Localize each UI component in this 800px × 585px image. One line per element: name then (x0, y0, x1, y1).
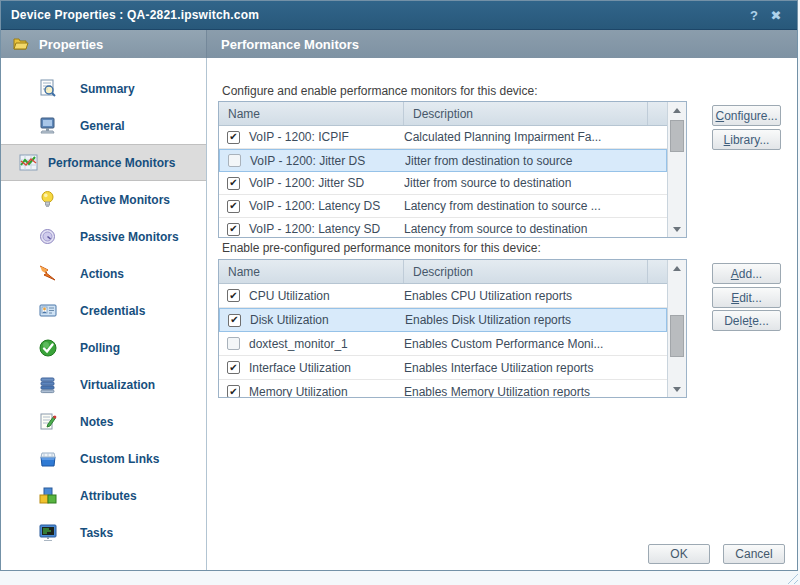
monitor-name: Disk Utilization (250, 313, 329, 327)
table-row[interactable]: VoIP - 1200: Latency DS Latency from des… (219, 195, 667, 218)
sidebar-item-label: Attributes (80, 489, 137, 503)
sidebar-item-custom-links[interactable]: Custom Links (1, 440, 206, 477)
folder-icon (11, 34, 32, 55)
sidebar-item-label: Notes (80, 415, 113, 429)
polling-icon (37, 337, 58, 358)
credentials-icon (37, 300, 58, 321)
sidebar-item-label: Performance Monitors (48, 156, 175, 170)
sidebar-item-actions[interactable]: Actions (1, 255, 206, 292)
column-header-description[interactable]: Description (404, 102, 648, 125)
monitor-name: doxtest_monitor_1 (249, 337, 348, 351)
monitor-name: VoIP - 1200: Latency DS (249, 199, 380, 213)
performance-monitors-list: Name Description VoIP - 1200: ICPIF Calc… (218, 101, 687, 238)
column-header-name[interactable]: Name (219, 260, 404, 283)
sidebar-item-performance-monitors[interactable]: Performance Monitors (1, 144, 206, 181)
help-icon[interactable]: ? (743, 8, 765, 23)
monitor-checkbox[interactable] (227, 385, 240, 397)
monitor-checkbox[interactable] (227, 131, 240, 144)
sidebar-item-active-monitors[interactable]: Active Monitors (1, 181, 206, 218)
monitor-description: Enables Interface Utilization reports (404, 361, 667, 375)
sidebar-item-label: Custom Links (80, 452, 159, 466)
sidebar-item-label: Credentials (80, 304, 145, 318)
list1-header: Name Description (219, 102, 667, 126)
monitor-description: Enables CPU Utilization reports (404, 289, 667, 303)
monitor-name: VoIP - 1200: ICPIF (249, 130, 349, 144)
ok-button[interactable]: OK (648, 544, 710, 564)
tasks-icon (37, 522, 58, 543)
page-header: Performance Monitors (207, 30, 797, 58)
table-row[interactable]: CPU Utilization Enables CPU Utilization … (219, 284, 667, 308)
table-row[interactable]: VoIP - 1200: Latency SD Latency from sou… (219, 218, 667, 237)
scrollbar-up-arrow[interactable] (668, 102, 686, 118)
performance-monitors-icon (18, 152, 39, 173)
sidebar-item-virtualization[interactable]: Virtualization (1, 366, 206, 403)
table-row[interactable]: VoIP - 1200: Jitter DS Jitter from desti… (219, 149, 667, 172)
table-row[interactable]: VoIP - 1200: Jitter SD Jitter from sourc… (219, 172, 667, 195)
column-header-name[interactable]: Name (219, 102, 404, 125)
scrollbar-up-arrow[interactable] (668, 260, 686, 276)
close-icon[interactable]: ✖ (765, 8, 787, 23)
actions-icon (37, 263, 58, 284)
list2-header: Name Description (219, 260, 667, 284)
sidebar-item-credentials[interactable]: Credentials (1, 292, 206, 329)
properties-header: Properties (1, 30, 207, 58)
page-title: Performance Monitors (221, 37, 359, 52)
edit-button[interactable]: Edit... (712, 287, 781, 308)
scrollbar-thumb[interactable] (670, 315, 684, 357)
monitor-checkbox[interactable] (228, 314, 241, 327)
header-row: Properties Performance Monitors (1, 30, 797, 58)
monitor-name: VoIP - 1200: Latency SD (249, 222, 380, 236)
monitor-checkbox[interactable] (227, 177, 240, 190)
monitor-checkbox[interactable] (228, 154, 241, 167)
sidebar-item-notes[interactable]: Notes (1, 403, 206, 440)
notes-icon (37, 411, 58, 432)
monitor-checkbox[interactable] (227, 289, 240, 302)
resize-grip[interactable] (784, 572, 798, 584)
monitor-description: Jitter from destination to source (405, 154, 666, 168)
table-row[interactable]: doxtest_monitor_1 Enables Custom Perform… (219, 332, 667, 356)
preconfigured-monitors-list: Name Description CPU Utilization Enables… (218, 259, 687, 398)
scrollbar[interactable] (667, 102, 686, 237)
sidebar-item-label: Active Monitors (80, 193, 170, 207)
table-row[interactable]: Memory Utilization Enables Memory Utiliz… (219, 380, 667, 397)
sidebar-item-passive-monitors[interactable]: Passive Monitors (1, 218, 206, 255)
monitor-description: Jitter from source to destination (404, 176, 667, 190)
section2-label: Enable pre-configured performance monito… (222, 241, 541, 255)
active-monitors-icon (37, 189, 58, 210)
monitor-name: VoIP - 1200: Jitter SD (249, 176, 364, 190)
configure-button[interactable]: Configure... (712, 105, 781, 126)
cancel-button[interactable]: Cancel (723, 544, 785, 564)
sidebar-item-summary[interactable]: Summary (1, 70, 206, 107)
window-title: Device Properties : QA-2821.ipswitch.com (11, 8, 259, 22)
library-button[interactable]: Library... (712, 129, 781, 150)
monitor-name: CPU Utilization (249, 289, 330, 303)
passive-monitors-icon (37, 226, 58, 247)
scrollbar[interactable] (667, 260, 686, 397)
monitor-checkbox[interactable] (227, 200, 240, 213)
add-button[interactable]: Add... (712, 263, 781, 284)
monitor-description: Calculated Planning Impairment Fa... (404, 130, 667, 144)
monitor-checkbox[interactable] (227, 361, 240, 374)
sidebar-item-label: Virtualization (80, 378, 155, 392)
table-row[interactable]: Interface Utilization Enables Interface … (219, 356, 667, 380)
scrollbar-down-arrow[interactable] (668, 221, 686, 237)
sidebar-item-label: Summary (80, 82, 135, 96)
scrollbar-down-arrow[interactable] (668, 381, 686, 397)
column-header-description[interactable]: Description (404, 260, 648, 283)
column-header-filler (648, 102, 667, 125)
scrollbar-thumb[interactable] (670, 120, 684, 152)
sidebar-item-tasks[interactable]: Tasks (1, 514, 206, 551)
sidebar-item-attributes[interactable]: Attributes (1, 477, 206, 514)
sidebar-item-polling[interactable]: Polling (1, 329, 206, 366)
delete-button[interactable]: Delete... (712, 310, 781, 331)
monitor-name: Interface Utilization (249, 361, 351, 375)
sidebar-item-label: Polling (80, 341, 120, 355)
sidebar-item-general[interactable]: General (1, 107, 206, 144)
monitor-checkbox[interactable] (227, 223, 240, 236)
sidebar-item-label: Passive Monitors (80, 230, 179, 244)
monitor-description: Latency from destination to source ... (404, 199, 667, 213)
table-row[interactable]: VoIP - 1200: ICPIF Calculated Planning I… (219, 126, 667, 149)
monitor-name: Memory Utilization (249, 385, 348, 398)
table-row[interactable]: Disk Utilization Enables Disk Utilizatio… (219, 308, 667, 332)
monitor-checkbox[interactable] (227, 337, 240, 350)
